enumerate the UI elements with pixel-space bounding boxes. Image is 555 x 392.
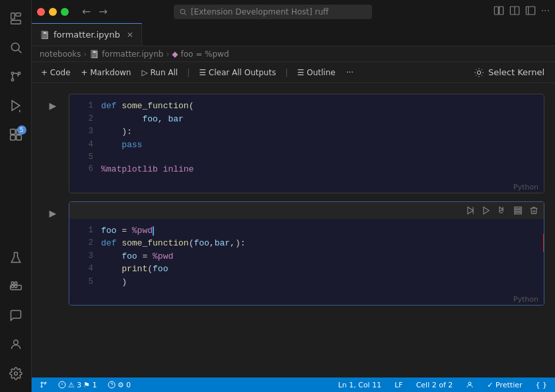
window-controls [37,8,69,16]
svg-point-29 [477,71,480,74]
sidebar-icon[interactable] [525,5,536,18]
code-line-2-5: 5 ) [69,276,544,289]
code-line-1-5: 5 [69,151,544,163]
add-code-button[interactable]: + Code [37,66,75,79]
cursor-position: Ln 1, Col 11 [338,381,382,389]
run-all-button[interactable]: ▷ Run All [137,66,182,79]
run-all-label: ▷ Run All [141,68,178,77]
run-cell-2-button[interactable]: ▶ [46,207,59,220]
cell-run-next-icon[interactable] [495,203,509,218]
code-line-1-2: 2 foo, bar [69,113,544,126]
svg-rect-27 [526,7,535,15]
svg-marker-32 [484,207,489,214]
breadcrumb-sep-2: › [166,49,169,59]
cell-2-gutter: ▶ [42,201,63,306]
cell-execute-icon[interactable] [463,203,478,218]
svg-point-21 [180,9,185,14]
more-toolbar-button[interactable]: ··· [342,66,357,79]
cell-info-item[interactable]: Cell 2 of 2 [414,381,456,389]
line-ending-item[interactable]: LF [392,381,405,389]
select-kernel-button[interactable]: Select Kernel [468,65,550,80]
breadcrumb-symbol[interactable]: foo = %pwd [180,49,229,59]
search-icon[interactable] [3,34,29,61]
main-area: ← → [Extension Development Host] ruff ··… [32,0,555,392]
breadcrumb: notebooks › 📓 formatter.ipynb › ◆ foo = … [32,46,555,62]
search-text: [Extension Development Host] ruff [191,7,329,16]
svg-point-20 [14,372,17,376]
breadcrumb-file[interactable]: formatter.ipynb [102,49,163,59]
clear-outputs-button[interactable]: ☰ Clear All Outputs [195,66,279,79]
svg-rect-15 [11,282,13,284]
git-branch-item[interactable] [37,381,50,389]
warnings-count: ⚑ 1 [83,381,96,389]
extensions-badge: 5 [17,125,26,135]
cell-delete-icon[interactable] [527,203,541,218]
flask-icon[interactable] [3,244,29,271]
title-search[interactable]: [Extension Development Host] ruff [174,5,372,19]
tab-close-button[interactable]: ✕ [127,30,133,40]
line-ending: LF [394,381,402,389]
svg-point-5 [11,72,13,74]
source-control-icon[interactable] [3,63,29,90]
add-markdown-button[interactable]: + Markdown [77,66,135,79]
more-toolbar-label: ··· [346,68,353,77]
layout-icon[interactable] [494,5,504,18]
title-actions: ··· [494,5,550,18]
status-bar: ⚠ 3 ⚑ 1 ⚙ 0 Ln 1, Col 11 LF Cell 2 of 2 [32,377,555,392]
code-line-2-4: 4 print(foo [69,263,544,276]
breadcrumb-notebooks[interactable]: notebooks [40,49,81,59]
svg-marker-33 [500,207,503,211]
explorer-icon[interactable] [3,5,29,32]
svg-rect-17 [11,285,13,287]
account-icon[interactable] [3,331,29,358]
cell-clear-icon[interactable] [511,203,525,218]
cell-2-code[interactable]: 1 foo = %pwd 2 def some_function(foo,bar… [69,219,544,294]
svg-rect-2 [16,13,20,16]
code-line-2-2: 2 def some_function(foo,bar,): [69,237,544,250]
code-line-1-6: 6 %matplotlib inline [69,163,544,176]
clear-outputs-label: ☰ Clear All Outputs [199,68,276,77]
cell-2-language: Python [69,294,544,305]
account-status-item[interactable] [463,381,476,389]
cell-run-icon[interactable] [479,203,494,218]
cell-1-code[interactable]: 1 def some_function( 2 foo, bar 3 ): 4 [69,94,544,181]
svg-rect-18 [15,285,17,287]
minimize-button[interactable] [49,8,57,16]
svg-point-46 [468,382,471,385]
tabs-bar: 📓 formatter.ipynb ✕ [32,23,555,46]
run-cell-1-button[interactable]: ▶ [46,99,59,112]
title-nav: ← → [79,4,110,19]
more-options-icon[interactable]: ··· [541,5,550,18]
cell-1-body: 1 def some_function( 2 foo, bar 3 ): 4 [69,94,544,193]
run-debug-icon[interactable] [3,92,29,119]
outline-button[interactable]: ☰ Outline [293,66,340,79]
chat-icon[interactable] [3,302,29,329]
split-icon[interactable] [509,5,520,18]
svg-point-39 [41,382,42,383]
breadcrumb-sep-1: › [84,49,87,59]
code-line-1-4: 4 pass [69,139,544,152]
svg-rect-10 [10,129,15,135]
forward-button[interactable]: → [96,4,110,19]
svg-rect-38 [515,212,522,213]
errors-warnings-item[interactable]: ⚠ 3 ⚑ 1 [56,381,100,389]
back-button[interactable]: ← [79,4,93,19]
tab-formatter[interactable]: 📓 formatter.ipynb ✕ [32,23,142,46]
svg-line-4 [18,50,21,53]
prettier-status: ✓ Prettier [487,381,522,389]
add-code-label: + Code [41,68,71,77]
cursor-position-item[interactable]: Ln 1, Col 11 [336,381,385,389]
tab-label: formatter.ipynb [54,30,120,40]
svg-point-19 [13,340,18,344]
extensions-icon[interactable]: 5 [3,121,29,148]
svg-marker-8 [12,101,20,111]
svg-point-41 [45,382,46,383]
settings-icon[interactable] [3,360,29,387]
close-button[interactable] [37,8,45,16]
info-item[interactable]: ⚙ 0 [105,381,133,389]
prettier-item[interactable]: ✓ Prettier [484,381,525,389]
language-mode-item[interactable]: { } [533,381,550,389]
docker-icon[interactable] [3,273,29,300]
code-line-1-1: 1 def some_function( [69,100,544,113]
maximize-button[interactable] [61,8,69,16]
